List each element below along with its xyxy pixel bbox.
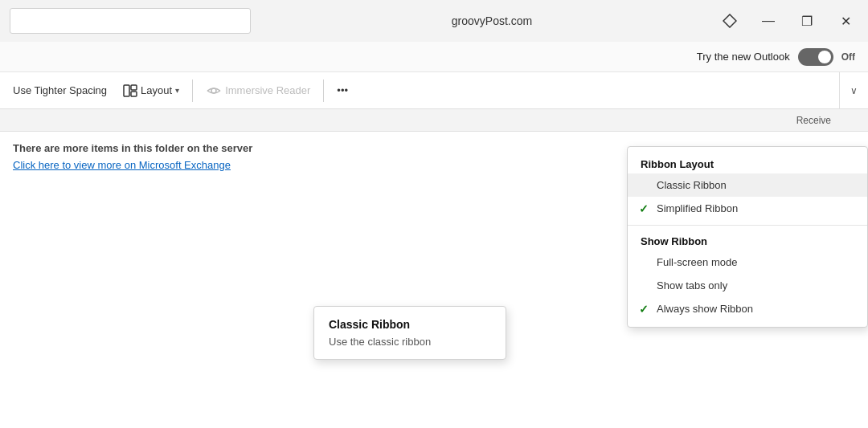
diamond-button[interactable] <box>717 8 743 34</box>
classic-ribbon-label: Classic Ribbon <box>657 179 727 191</box>
dropdown-separator-1 <box>628 225 867 226</box>
diamond-icon <box>723 14 737 28</box>
tooltip-title: Classic Ribbon <box>329 318 491 331</box>
title-bar: groovyPost.com — ❐ ✕ <box>0 0 868 42</box>
search-input[interactable] <box>10 8 251 34</box>
ribbon-divider-1 <box>192 79 193 102</box>
try-new-outlook-label: Try the new Outlook <box>697 51 790 63</box>
svg-rect-1 <box>124 85 129 96</box>
tighter-spacing-button[interactable]: Use Tighter Spacing <box>6 81 113 100</box>
layout-button[interactable]: Layout ▾ <box>117 81 186 100</box>
simplified-ribbon-option[interactable]: Simplified Ribbon <box>628 197 867 220</box>
expand-chevron-icon: ∨ <box>850 85 858 96</box>
ribbon-layout-section-title: Ribbon Layout <box>628 153 867 173</box>
server-info-text: There are more items in this folder on t… <box>13 142 252 154</box>
classic-ribbon-option[interactable]: Classic Ribbon <box>628 173 867 197</box>
table-header: Receive <box>0 109 868 132</box>
svg-point-4 <box>211 88 216 93</box>
more-options-icon: ••• <box>337 84 348 96</box>
show-tabs-only-option[interactable]: Show tabs only <box>628 274 867 297</box>
maximize-button[interactable]: ❐ <box>794 8 820 34</box>
show-ribbon-section-title: Show Ribbon <box>628 230 867 251</box>
ribbon-divider-2 <box>323 79 324 102</box>
ribbon-layout-dropdown: Ribbon Layout Classic Ribbon Simplified … <box>627 146 868 328</box>
received-column-header: Receive <box>796 115 855 126</box>
classic-ribbon-tooltip: Classic Ribbon Use the classic ribbon <box>313 306 506 360</box>
minimize-button[interactable]: — <box>755 8 781 34</box>
simplified-ribbon-label: Simplified Ribbon <box>657 202 738 214</box>
tooltip-description: Use the classic ribbon <box>329 336 491 348</box>
always-show-ribbon-option[interactable]: Always show Ribbon <box>628 297 867 320</box>
minimize-icon: — <box>762 14 775 28</box>
always-show-ribbon-label: Always show Ribbon <box>657 303 753 315</box>
main-content: Receive There are more items in this fol… <box>0 109 868 428</box>
layout-icon <box>123 84 137 97</box>
close-button[interactable]: ✕ <box>833 8 858 34</box>
window-controls: — ❐ ✕ <box>717 8 858 34</box>
more-options-button[interactable]: ••• <box>330 81 354 100</box>
outlook-bar: Try the new Outlook Off <box>0 42 868 72</box>
app-title: groovyPost.com <box>267 14 717 27</box>
ribbon-bar: Use Tighter Spacing Layout ▾ Immersive R… <box>0 72 868 109</box>
layout-chevron-icon: ▾ <box>175 86 179 95</box>
new-outlook-toggle[interactable] <box>798 48 833 66</box>
svg-rect-3 <box>131 92 137 96</box>
toggle-state-label: Off <box>841 51 855 63</box>
full-screen-mode-label: Full-screen mode <box>657 256 737 268</box>
show-tabs-only-label: Show tabs only <box>657 279 727 291</box>
immersive-reader-label: Immersive Reader <box>225 84 310 96</box>
title-bar-left <box>10 8 267 34</box>
immersive-reader-icon <box>206 84 222 97</box>
title-text: groovyPost.com <box>452 14 532 27</box>
tighter-spacing-label: Use Tighter Spacing <box>13 84 107 96</box>
full-screen-mode-option[interactable]: Full-screen mode <box>628 251 867 274</box>
close-icon: ✕ <box>841 14 851 29</box>
maximize-icon: ❐ <box>801 14 813 29</box>
ribbon-expand-button[interactable]: ∨ <box>839 72 868 108</box>
immersive-reader-button[interactable]: Immersive Reader <box>199 81 317 100</box>
svg-marker-0 <box>723 14 736 27</box>
toggle-knob <box>818 51 831 63</box>
layout-label: Layout <box>141 84 172 96</box>
svg-rect-2 <box>131 85 137 90</box>
